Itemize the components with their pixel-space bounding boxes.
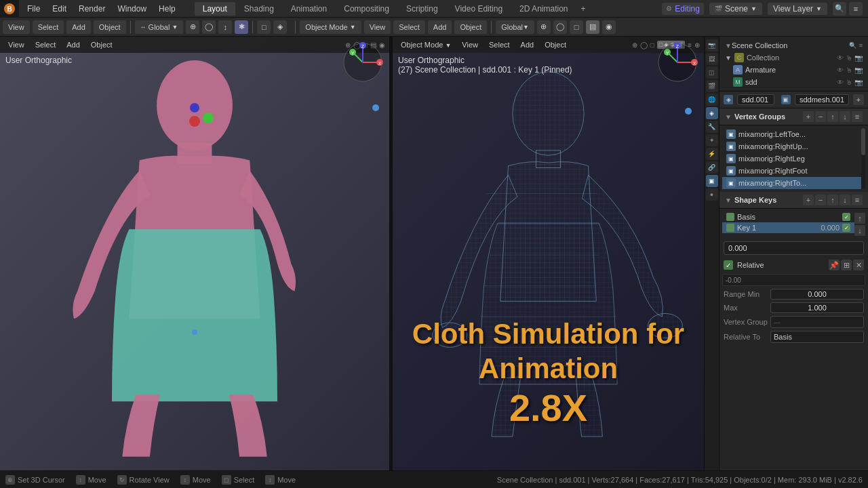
tab-shading[interactable]: Shading [236,2,282,16]
viewport-left[interactable]: View Select Add Object ⊕ ◯ □ ▤ ◉ User Or… [0,37,390,470]
shape-keys-header[interactable]: ▼ Shape Keys + − ↑ ↓ ≡ [719,192,868,209]
viewport-mode-1[interactable]: □ [257,20,271,34]
sk-menu-btn[interactable]: ≡ [852,195,863,205]
object-mode-btn[interactable]: Object Mode ▼ [300,20,361,34]
range-min-field[interactable]: 0.000 [770,289,864,300]
vg-item-2[interactable]: ▣ mixamorig:RightLeg [722,152,861,165]
vp-left-add[interactable]: Add [62,40,84,49]
sk-expand-btn[interactable]: ⊞ [841,260,852,270]
vp-right-view[interactable]: View [458,40,482,49]
vg-down-btn[interactable]: ↓ [840,111,850,122]
props-tab-particles[interactable]: ✦ [706,134,718,146]
sk-item-key1[interactable]: Key 1 0.000 ✓ [722,222,854,233]
shading-icon-2[interactable]: ◉ [602,20,616,34]
scene-selector[interactable]: 🎬 Scene ▼ [709,3,762,15]
props-tab-world[interactable]: 🌐 [706,94,718,106]
vp-left-object[interactable]: Object [87,40,117,49]
relative-to-selector[interactable]: Basis [770,331,864,343]
sk-range-value[interactable]: -0.00 [722,274,865,286]
sk-item-basis[interactable]: Basis ✓ [722,211,854,222]
viewport-icons-row[interactable]: □ [570,20,583,34]
add-workspace-tab[interactable]: + [576,3,589,15]
vg-selector[interactable]: — [770,316,864,328]
sk-add-btn[interactable]: + [803,195,814,205]
filter-icon[interactable]: ≡ [849,2,863,16]
file-menu[interactable]: File [22,3,45,15]
transform-icon-1[interactable]: ⊕ [186,20,199,34]
render-menu[interactable]: Render [73,3,111,15]
vg-scrollbar[interactable] [861,128,865,189]
props-tab-modifiers[interactable]: 🔧 [706,121,718,133]
tab-compositing[interactable]: Compositing [336,2,397,16]
vp-left-view[interactable]: View [4,40,28,49]
tab-layout[interactable]: Layout [195,2,235,16]
sk-key1-visible[interactable]: ✓ [842,224,850,232]
vp-right-add[interactable]: Add [517,40,538,49]
props-tab-data[interactable]: ▣ [706,175,718,187]
sk-down-btn[interactable]: ↓ [840,195,850,205]
vg-item-0[interactable]: ▣ mixamorig:LeftToe... [722,128,861,140]
props-tab-render[interactable]: 📷 [706,39,718,52]
snapping-1[interactable]: ⊕ [537,20,551,34]
help-menu[interactable]: Help [153,3,181,15]
tab-animation[interactable]: Animation [283,2,335,16]
props-tab-object[interactable]: ◈ [706,107,718,119]
collection-item[interactable]: ▼ C Collection 👁 🖱 📷 [719,52,868,64]
props-tab-scene[interactable]: 🎬 [706,80,718,92]
max-field[interactable]: 1.000 [770,302,864,313]
view-menu-btn[interactable]: View [3,20,30,34]
tab-scripting[interactable]: Scripting [398,2,446,16]
vp-right-select[interactable]: Select [485,40,514,49]
object-name-field[interactable]: sdd.001 [737,94,774,105]
vg-menu-btn[interactable]: ≡ [852,111,863,122]
transform-icon-4[interactable]: ✱ [235,20,248,34]
mesh-name-field[interactable]: sddmesh.001 [795,94,849,105]
sk-scroll-down[interactable]: ↓ [854,225,865,236]
vg-item-3[interactable]: ▣ mixamorig:RightFoot [722,165,861,177]
sk-scroll-up[interactable]: ↑ [854,213,865,224]
viewport-mode-2[interactable]: ◈ [273,20,287,34]
props-tab-physics[interactable]: ⚡ [706,148,718,160]
snapping-2[interactable]: ◯ [553,20,567,34]
sk-pin-btn[interactable]: 📌 [829,260,840,270]
transform-mode-btn[interactable]: ↔ Global ▼ [135,20,184,34]
outliner-armature[interactable]: A Armature 👁 🖱 📷 [719,64,868,76]
props-tab-constraints[interactable]: 🔗 [706,161,718,174]
object-menu-btn-2[interactable]: Object [454,20,487,34]
view-layer-selector[interactable]: View Layer ▼ [768,3,827,15]
vp-left-select[interactable]: Select [31,40,60,49]
vg-up-btn[interactable]: ↑ [827,111,838,122]
search-icon[interactable]: 🔍 [833,2,846,16]
add-menu-btn-2[interactable]: Add [428,20,452,34]
sk-basis-checkbox[interactable] [726,213,734,221]
sk-up-btn[interactable]: ↑ [827,195,838,205]
sk-key1-checkbox[interactable] [726,224,734,232]
sk-basis-visible[interactable]: ✓ [842,213,850,221]
transform-icon-3[interactable]: ↕ [218,20,232,34]
shading-icon-1[interactable]: ▤ [586,20,599,34]
vg-item-4[interactable]: ▣ mixamorig:RightTo... [722,177,861,189]
transform-icon-2[interactable]: ◯ [202,20,216,34]
new-mesh-btn[interactable]: + [853,94,864,105]
sk-close-btn[interactable]: ✕ [853,260,864,270]
vp-right-mode[interactable]: Object Mode ▼ [397,40,455,49]
props-tab-output[interactable]: 🖼 [706,53,718,65]
vg-item-1[interactable]: ▣ mixamorig:RightUp... [722,140,861,152]
vg-add-btn[interactable]: + [803,111,814,122]
sk-value-slider[interactable]: 0.000 [724,241,864,255]
props-tab-material[interactable]: ● [706,188,718,201]
select-menu-btn-2[interactable]: Select [393,20,425,34]
outliner-sdd[interactable]: M sdd 👁 🖱 📷 [719,76,868,88]
tab-2d-animation[interactable]: 2D Animation [511,2,576,16]
relative-checkbox[interactable]: ✓ [724,260,733,270]
vg-remove-btn[interactable]: − [815,111,826,122]
viewport-right[interactable]: Object Mode ▼ View Select Add Object ⊕ ◯… [393,37,704,470]
edit-menu[interactable]: Edit [47,3,72,15]
vertex-groups-header[interactable]: ▼ Vertex Groups + − ↑ ↓ ≡ [719,108,868,125]
add-menu-btn[interactable]: Add [66,20,91,34]
global-btn-2[interactable]: Global ▼ [496,20,534,34]
tab-video-editing[interactable]: Video Editing [447,2,511,16]
props-tab-view-layer[interactable]: ◫ [706,66,718,79]
window-menu[interactable]: Window [112,3,152,15]
select-menu-btn[interactable]: Select [33,20,64,34]
